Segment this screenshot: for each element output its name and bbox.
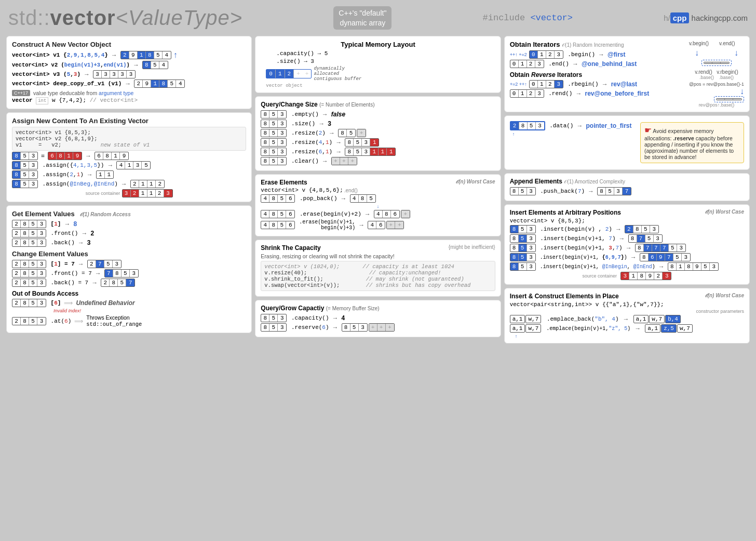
assign-count-row: 853 .assign(2,1) → 11	[12, 170, 246, 179]
reserve-row: 853 .reserve(6) → 853 +++	[261, 323, 495, 332]
empty-row: 853 .empty() → false	[261, 110, 495, 118]
rbegin-row: +=2 ++↑ 0123 .rbegin() → rev@last	[510, 80, 650, 88]
page: std::vector<ValueType> C++'s "default" d…	[0, 0, 756, 541]
shrink-code: vector<int> v (1024,0); // capacity is a…	[261, 261, 495, 291]
erase-range-row: 4856 .erase(begin(v)+1, begin(v)+3) → 46…	[261, 219, 495, 231]
header: std::vector<ValueType> C++'s "default" d…	[4, 4, 752, 32]
change-index-row: 2853 [1] = 7 → 2753	[12, 260, 246, 268]
shrink-panel: Shrink The Capacity {might be inefficien…	[255, 240, 501, 297]
v3-row: vector<int> v3 (5,3) → 33333	[12, 70, 246, 78]
insert-def: vector<int> v {8,5,3};	[510, 218, 744, 224]
append-panel: Append Elements 𝒪(1) Amortized Complexit…	[504, 173, 750, 201]
include-text: #include <vector>	[483, 13, 573, 23]
insert-list-row: 853 .insert(begin(v)+1, {6,9,7}) → 86975…	[510, 253, 744, 261]
main-grid: Construct A New Vector Object vector<int…	[4, 36, 752, 344]
iterators-panel: Obtain Iterators 𝒪(1) Random Incrementin…	[504, 36, 750, 112]
get-panel: Get Element Values 𝒪(1) Random Access 28…	[6, 205, 252, 333]
emplace-def: vector<pair<string,int>> v {{"a",1},{"w"…	[510, 301, 744, 308]
resize61-row: 853 .resize(6,1) → 853111	[261, 148, 495, 156]
pushback-row: 853 .push_back(7) → 8537	[510, 187, 744, 195]
get-title: Get Element Values 𝒪(1) Random Access	[12, 210, 246, 218]
emplace-mid-row: a,1 w,7 .emplace(begin(v)+1,"z", 5) → a,…	[510, 324, 744, 333]
construct-panel: Construct A New Vector Object vector<int…	[6, 36, 252, 109]
insert-begin-row: 853 .insert(begin(v) , 2) → 2853	[510, 225, 744, 233]
erase-vector-def: vector<int> v {4,8,5,6}; .end()	[261, 187, 495, 193]
warn-box: ☛ Avoid expensive memory allocations: .r…	[640, 122, 744, 163]
dynamic-array-badge: C++'s "default" dynamic array	[333, 6, 392, 29]
insert-count-row: 853 .insert(begin(v)+1, 3,7) → 877753	[510, 244, 744, 252]
change-back-row: 2853 .back() = 7 → 2857	[12, 279, 246, 287]
get-back-row: 2853 .back() → 3	[12, 239, 246, 247]
size-row: 853 .size() → 3	[261, 120, 495, 128]
construct-title: Construct A New Vector Object	[12, 41, 246, 48]
emplace-panel: Insert & Construct Elements in Place 𝒪(n…	[504, 288, 750, 344]
insert-iter-row: 853 .insert(begin(v)+1, @InBegin, @InEnd…	[510, 262, 744, 271]
change-title: Change Element Values	[12, 250, 246, 258]
memory-panel: Typical Memory Layout .capacity() → 5 .s…	[255, 36, 501, 93]
popback-row: 4856 .pop_back() → 485	[261, 194, 495, 203]
assign-panel: Assign New Content To An Existing Vector…	[6, 112, 252, 202]
begin-row: ++↑ +=2 0123 .begin() → @first	[510, 50, 650, 59]
v2-row: vector<int> v2 (begin(v1)+3,end(v1)) → 8…	[12, 61, 246, 69]
assign-code: vector<int> v1 {8,5,3}; vector<int> v2 {…	[12, 127, 246, 151]
capacity-row: 853 .capacity() → 4	[261, 314, 495, 322]
query-capacity-panel: Query/Grow Capactiy (= Memory Buffer Siz…	[255, 300, 501, 337]
end-row: 0123 .end() → @one_behind_last	[510, 60, 650, 68]
header-title: std::vector<ValueType>	[8, 6, 242, 30]
insert-begin1-row: 853 .insert(begin(v)+1, 7) → 8753	[510, 234, 744, 243]
v1-row: vector<int> v1 {2,9,1,8,5,4} → 291854 ↑	[12, 50, 246, 60]
emplace-back-row: a,1 w,7 .emplace_back("b", 4) → a,1 w,7 …	[510, 315, 744, 323]
get-index-row: 2853 [1] → 8	[12, 220, 246, 228]
query-size-panel: Query/Change Size (= Number of Elements)…	[255, 96, 501, 171]
oob-index-row: 2853 [6] ⟹ Undefined Behavior	[12, 299, 246, 307]
resize41-row: 853 .resize(4,1) → 8531	[261, 138, 495, 147]
assign-title: Assign New Content To An Existing Vector	[12, 117, 246, 125]
erase-panel: Erase Elements 𝒪(n) Worst Case vector<in…	[255, 174, 501, 236]
resize2-row: 853 .resize(2) → 85 +	[261, 129, 495, 137]
deepcopy-row: vector<int> deep_copy_of_v1 (v1) → 29185…	[12, 80, 246, 88]
change-front-row: 2853 .front() = 7 → 7853	[12, 269, 246, 278]
clear-row: 853 .clear() → +++	[261, 157, 495, 165]
insert-panel: Insert Elements at Arbitrary Positions 𝒪…	[504, 204, 750, 285]
oob-at-row: 2853 .at(6) ⟹ Throws Exceptionstd::out_o…	[12, 314, 246, 327]
cpp17-row: C++17 value type deducable from argument…	[12, 90, 246, 96]
get-front-row: 2853 .front() → 2	[12, 229, 246, 237]
deduction-row: vector int w {7,4,2}; // vector<int>	[12, 97, 246, 103]
site-link: h/cpp hackingcpp.com	[664, 14, 748, 22]
assign-eq-row: 853 = 6819 → 6819	[12, 152, 246, 160]
assign-iter-row: 853 .assign(@InBeg,@InEnd) → 2112	[12, 180, 246, 188]
data-panel: 2853 .data() → pointer_to_first ↑ ☛ Avoi…	[504, 115, 750, 170]
assign-list-row: 853 .assign({4,1,3,5}) → 4135	[12, 161, 246, 169]
rend-row: 0123 .rend() → rev@one_before_first	[510, 89, 650, 98]
erase-begin2-row: 4856 .erase(begin(v)+2) → 486 +	[261, 210, 495, 218]
data-row: 2853 .data() → pointer_to_first	[510, 121, 632, 130]
